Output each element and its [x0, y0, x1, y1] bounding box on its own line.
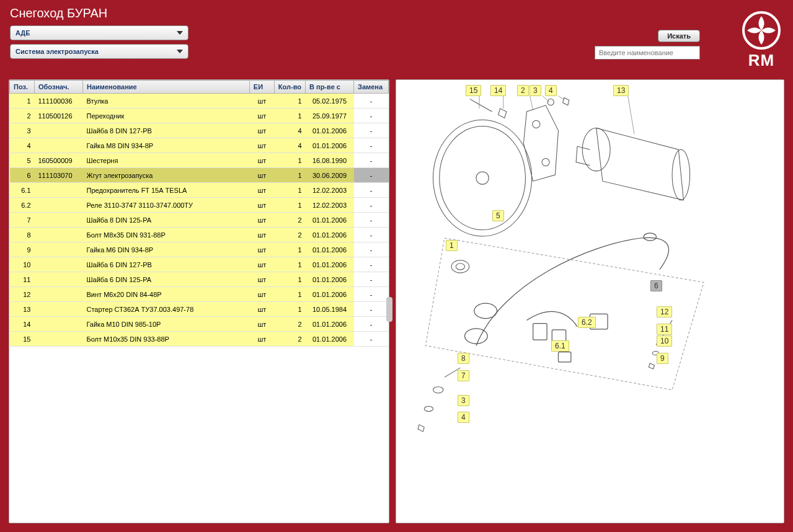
table-row[interactable]: 11Шайба 6 DIN 125-PAшт101.01.2006-	[10, 272, 389, 287]
table-row[interactable]: 5160500009Шестерняшт116.08.1990-	[10, 153, 389, 168]
cell-pos: 13	[10, 302, 35, 317]
table-row[interactable]: 15Болт М10х35 DIN 933-88Pшт201.01.2006-	[10, 332, 389, 347]
cell-pos: 14	[10, 317, 35, 332]
diagram-callout[interactable]: 13	[613, 85, 629, 96]
chevron-down-icon	[177, 31, 183, 35]
table-row[interactable]: 13Стартер СТ362А ТУ37.003.497-78шт110.05…	[10, 302, 389, 317]
cell-oboz	[35, 123, 83, 138]
cell-zamena: -	[354, 94, 389, 109]
diagram-callout[interactable]: 11	[657, 324, 672, 335]
table-row[interactable]: 14Гайка М10 DIN 985-10Pшт201.01.2006-	[10, 317, 389, 332]
diagram-callout[interactable]: 5	[492, 210, 504, 221]
diagram-callout[interactable]: 4	[458, 412, 469, 423]
col-name[interactable]: Наименование	[83, 81, 250, 94]
cell-name: Шестерня	[83, 153, 250, 168]
cell-qty: 1	[274, 109, 305, 123]
cell-qty: 1	[274, 257, 305, 272]
col-date[interactable]: В пр-ве с	[306, 81, 354, 94]
cell-pos: 4	[10, 138, 35, 153]
table-row[interactable]: 3Шайба 8 DIN 127-PBшт401.01.2006-	[10, 123, 389, 138]
diagram-callout[interactable]: 9	[657, 353, 668, 364]
cell-date: 01.01.2006	[306, 213, 354, 228]
diagram-callout[interactable]: 3	[529, 85, 541, 96]
diagram-callout[interactable]: 1	[446, 240, 458, 251]
search-block: Искать	[595, 30, 700, 60]
table-row[interactable]: 10Шайба 6 DIN 127-PBшт101.01.2006-	[10, 257, 389, 272]
table-row[interactable]: 1111100036Втулкашт105.02.1975-	[10, 94, 389, 109]
col-ei[interactable]: ЕИ	[249, 81, 274, 94]
cell-pos: 1	[10, 94, 35, 109]
table-row[interactable]: 8Болт М8х35 DIN 931-88Pшт201.01.2006-	[10, 228, 389, 242]
cell-zamena: -	[354, 109, 389, 123]
cell-zamena: -	[354, 257, 389, 272]
diagram-callout[interactable]: 3	[458, 395, 469, 406]
search-input[interactable]	[595, 46, 700, 60]
cell-qty: 2	[274, 317, 305, 332]
model-select-value: АДЕ	[16, 29, 30, 37]
cell-name: Стартер СТ362А ТУ37.003.497-78	[83, 302, 250, 317]
diagram-callout[interactable]: 14	[490, 85, 506, 96]
cell-qty: 1	[274, 183, 305, 198]
table-row[interactable]: 4Гайка М8 DIN 934-8Pшт401.01.2006-	[10, 138, 389, 153]
cell-qty: 1	[274, 198, 305, 213]
cell-name: Втулка	[83, 94, 250, 109]
table-row[interactable]: 6.2Реле 3110-3747 3110-3747.000ТУшт112.0…	[10, 198, 389, 213]
table-row[interactable]: 12Винт М6х20 DIN 84-48Pшт101.01.2006-	[10, 287, 389, 302]
cell-date: 01.01.2006	[306, 138, 354, 153]
cell-pos: 6.1	[10, 183, 35, 198]
diagram[interactable]: 1514234135166.212111096.18734	[396, 80, 784, 523]
content: Поз. Обознач. Наименование ЕИ Кол-во В п…	[9, 79, 784, 523]
diagram-callout[interactable]: 8	[458, 353, 469, 364]
svg-rect-16	[559, 352, 571, 362]
cell-ei: шт	[249, 332, 274, 347]
cell-oboz	[35, 257, 83, 272]
svg-line-28	[543, 96, 549, 102]
table-row[interactable]: 9Гайка М6 DIN 934-8Pшт101.01.2006-	[10, 242, 389, 257]
cell-ei: шт	[249, 183, 274, 198]
diagram-callout[interactable]: 7	[458, 370, 469, 381]
cell-ei: шт	[249, 198, 274, 213]
cell-ei: шт	[249, 109, 274, 123]
table-row[interactable]: 7Шайба 8 DIN 125-PAшт201.01.2006-	[10, 213, 389, 228]
col-oboz[interactable]: Обознач.	[35, 81, 83, 94]
diagram-callout[interactable]: 10	[657, 335, 672, 347]
cell-zamena: -	[354, 153, 389, 168]
diagram-callout[interactable]: 2	[517, 85, 529, 96]
cell-pos: 15	[10, 332, 35, 347]
cell-qty: 1	[274, 168, 305, 183]
diagram-callout[interactable]: 6.2	[578, 317, 596, 328]
logo: RM	[742, 11, 781, 70]
diagram-callout[interactable]: 12	[657, 306, 672, 317]
cell-pos: 6.2	[10, 198, 35, 213]
table-row[interactable]: 2110500126Переходникшт125.09.1977-	[10, 109, 389, 123]
cell-date: 30.06.2009	[306, 168, 354, 183]
cell-date: 01.01.2006	[306, 123, 354, 138]
cell-ei: шт	[249, 317, 274, 332]
cell-pos: 11	[10, 272, 35, 287]
cell-pos: 8	[10, 228, 35, 242]
cell-pos: 7	[10, 213, 35, 228]
col-qty[interactable]: Кол-во	[274, 81, 305, 94]
search-button[interactable]: Искать	[658, 30, 700, 42]
cell-qty: 1	[274, 94, 305, 109]
cell-date: 16.08.1990	[306, 153, 354, 168]
diagram-callout[interactable]: 6.1	[551, 340, 569, 352]
cell-qty: 1	[274, 242, 305, 257]
diagram-callout[interactable]: 15	[466, 85, 481, 96]
diagram-callout[interactable]: 4	[545, 85, 557, 96]
cell-name: Гайка М8 DIN 934-8P	[83, 138, 250, 153]
col-pos[interactable]: Поз.	[10, 81, 35, 94]
model-select[interactable]: АДЕ	[10, 25, 188, 40]
table-row[interactable]: 6.1Предохранитель FT 15А TESLAшт112.02.2…	[10, 183, 389, 198]
table-row[interactable]: 6111103070Жгут электрозапускашт130.06.20…	[10, 168, 389, 183]
cell-name: Гайка М6 DIN 934-8P	[83, 242, 250, 257]
cell-zamena: -	[354, 228, 389, 242]
scrollbar[interactable]	[386, 297, 392, 322]
cell-ei: шт	[249, 242, 274, 257]
svg-point-12	[644, 233, 656, 241]
col-zamena[interactable]: Замена	[354, 81, 389, 94]
cell-ei: шт	[249, 153, 274, 168]
diagram-callout[interactable]: 6	[650, 280, 662, 291]
system-select[interactable]: Система электрозапуска	[10, 44, 188, 59]
cell-zamena: -	[354, 287, 389, 302]
